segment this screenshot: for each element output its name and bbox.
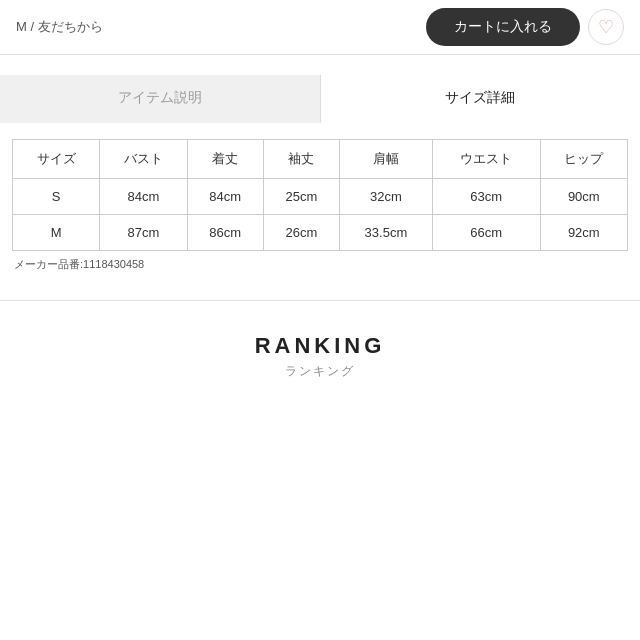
top-bar-actions: カートに入れる ♡ [426,8,624,46]
cell-bust-s: 84cm [100,179,187,215]
heart-icon: ♡ [598,16,614,38]
size-table: サイズ バスト 着丈 袖丈 肩幅 ウエスト ヒップ S 84cm 84cm 25… [12,139,628,251]
add-to-cart-button[interactable]: カートに入れる [426,8,580,46]
tab-description-label: アイテム説明 [118,89,202,105]
cell-waist-m: 66cm [432,215,540,251]
col-header-size: サイズ [13,140,100,179]
cell-sleeve-m: 26cm [263,215,339,251]
favorite-button[interactable]: ♡ [588,9,624,45]
cell-shoulder-m: 33.5cm [339,215,432,251]
table-header-row: サイズ バスト 着丈 袖丈 肩幅 ウエスト ヒップ [13,140,628,179]
cell-waist-s: 63cm [432,179,540,215]
maker-number: メーカー品番:1118430458 [12,251,628,272]
cell-size-s: S [13,179,100,215]
col-header-sleeve: 袖丈 [263,140,339,179]
size-table-section: サイズ バスト 着丈 袖丈 肩幅 ウエスト ヒップ S 84cm 84cm 25… [0,123,640,280]
cell-bust-m: 87cm [100,215,187,251]
cell-sleeve-s: 25cm [263,179,339,215]
col-header-length: 着丈 [187,140,263,179]
table-row: S 84cm 84cm 25cm 32cm 63cm 90cm [13,179,628,215]
ranking-title: RANKING [255,333,386,359]
cell-shoulder-s: 32cm [339,179,432,215]
tab-item-size-detail[interactable]: サイズ詳細 [321,75,641,123]
ranking-subtitle: ランキング [285,363,355,380]
cell-length-m: 86cm [187,215,263,251]
tabs-section: アイテム説明 サイズ詳細 [0,75,640,123]
page-wrapper: M / 友だちから カートに入れる ♡ アイテム説明 サイズ詳細 サイズ バスト… [0,0,640,640]
cell-length-s: 84cm [187,179,263,215]
col-header-shoulder: 肩幅 [339,140,432,179]
cell-size-m: M [13,215,100,251]
col-header-waist: ウエスト [432,140,540,179]
top-bar: M / 友だちから カートに入れる ♡ [0,0,640,55]
tab-item-description[interactable]: アイテム説明 [0,75,321,123]
ranking-section: RANKING ランキング [0,301,640,400]
cell-hip-s: 90cm [540,179,627,215]
table-row: M 87cm 86cm 26cm 33.5cm 66cm 92cm [13,215,628,251]
selected-size-label: M / 友だちから [16,18,103,36]
tab-size-detail-label: サイズ詳細 [445,89,515,105]
cell-hip-m: 92cm [540,215,627,251]
col-header-hip: ヒップ [540,140,627,179]
col-header-bust: バスト [100,140,187,179]
